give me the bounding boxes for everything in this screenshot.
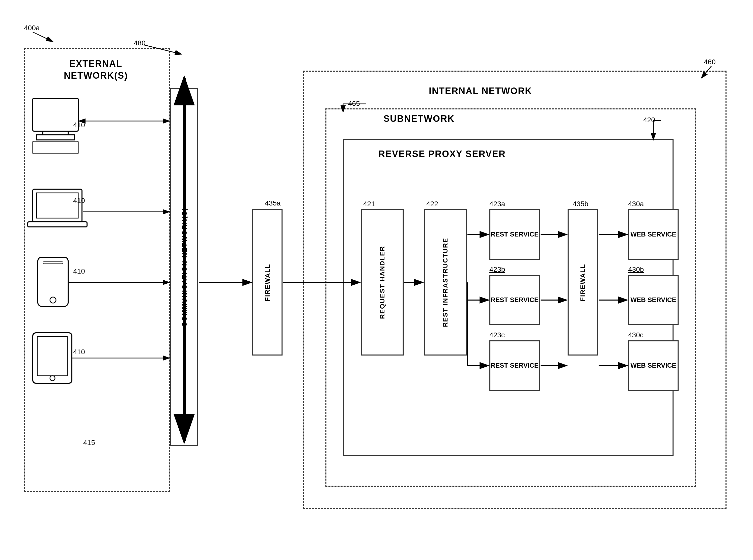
ref-423a: 423a [489,200,505,208]
ref-410a: 410 [73,121,85,129]
subnetwork-label: SUBNETWORK [383,114,455,124]
web-service-b-box: WEB SERVICE [628,275,679,325]
external-network-box [24,48,170,492]
ref-410b: 410 [73,197,85,205]
ref-435a: 435a [265,199,281,207]
rest-service-b-label: REST SERVICE [490,276,539,324]
request-handler-label: REQUEST HANDLER [379,246,386,319]
firewall2-label: FIREWALL [579,264,587,301]
ref-423b: 423b [489,265,505,274]
request-handler-container: REQUEST HANDLER [361,209,404,356]
web-service-a-label: WEB SERVICE [629,210,678,259]
ref-430c: 430c [628,331,643,339]
firewall2-container: FIREWALL [567,209,598,356]
web-service-b-label: WEB SERVICE [629,276,678,324]
rest-infra-label: REST INFRASTRUCTURE [442,238,449,327]
firewall1-container: FIREWALL [252,209,283,356]
ref-430b: 430b [628,265,644,274]
ref-480: 480 [134,39,146,47]
ref-422: 422 [426,200,438,208]
rest-service-b-box: REST SERVICE [489,275,540,325]
ref-415: 415 [83,439,95,447]
figure-ref: 400a [24,24,40,32]
svg-line-3 [33,32,53,42]
ref-465: 465 [348,100,360,108]
ref-410d: 410 [73,348,85,356]
web-service-a-box: WEB SERVICE [628,209,679,260]
web-service-c-box: WEB SERVICE [628,340,679,391]
diagram: 400a EXTERNALNETWORK(S) 480 460 INTERNAL… [0,0,753,560]
external-network-label: EXTERNALNETWORK(S) [35,58,156,82]
ref-420: 420 [643,116,655,124]
ref-421: 421 [363,200,375,208]
ref-410c: 410 [73,267,85,275]
comm-network-label: COMMUNICATION NETWORK(S) [181,207,189,327]
rest-infra-container: REST INFRASTRUCTURE [424,209,467,356]
comm-network-container: COMMUNICATION NETWORK(S) [171,88,198,446]
ref-460: 460 [704,58,716,66]
rest-service-c-box: REST SERVICE [489,340,540,391]
ref-430a: 430a [628,200,644,208]
reverse-proxy-label: REVERSE PROXY SERVER [379,149,506,159]
firewall1-label: FIREWALL [264,264,271,301]
rest-service-a-box: REST SERVICE [489,209,540,260]
ref-435b: 435b [573,200,588,208]
web-service-c-label: WEB SERVICE [629,341,678,390]
rest-service-c-label: REST SERVICE [490,341,539,390]
rest-service-a-label: REST SERVICE [490,210,539,259]
internal-network-label: INTERNAL NETWORK [429,86,532,96]
ref-423c: 423c [489,331,505,339]
